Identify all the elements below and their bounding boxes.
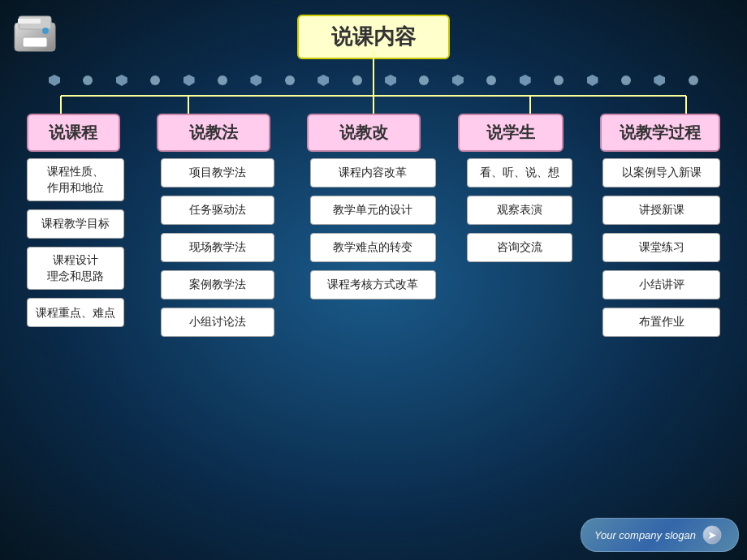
item-jg3[interactable]: 教学难点的转变 (310, 233, 436, 262)
item-kc2[interactable]: 课程教学目标 (27, 209, 124, 239)
item-xs2[interactable]: 观察表演 (467, 196, 572, 225)
item-xs1[interactable]: 看、听、说、想 (467, 158, 572, 187)
dot-11 (385, 75, 396, 86)
item-jg1[interactable]: 课程内容改革 (310, 158, 436, 187)
item-kc4[interactable]: 课程重点、难点 (27, 298, 124, 327)
svg-point-3 (42, 28, 49, 34)
dot-13 (452, 75, 464, 86)
item-jf4[interactable]: 案例教学法 (161, 270, 274, 299)
item-jg4[interactable]: 课程考核方式改革 (310, 270, 436, 299)
item-jf5[interactable]: 小组讨论法 (161, 308, 274, 337)
cat-jiaog-label: 说教改 (339, 123, 388, 141)
dot-10 (352, 75, 362, 85)
logo-icon (6, 6, 63, 59)
item-jf3[interactable]: 现场教学法 (161, 233, 274, 262)
svg-rect-2 (23, 37, 47, 47)
svg-rect-4 (18, 19, 41, 24)
dot-15 (520, 75, 531, 86)
dot-3 (116, 75, 127, 86)
cat-jiaof-label: 说教法 (189, 123, 238, 141)
columns-container: 课程性质、 作用和地位 课程教学目标 课程设计 理念和思路 课程重点、难点 项目… (0, 158, 747, 337)
dot-4 (150, 75, 160, 85)
cat-kecheng[interactable]: 说课程 (27, 114, 120, 152)
main-title: 说课内容 (297, 15, 450, 59)
dots-row (49, 75, 698, 86)
item-jx2[interactable]: 讲授新课 (602, 196, 720, 225)
slogan-container: Your company slogan ➤ (581, 518, 739, 552)
categories-row: 说课程 说教法 说教改 说学生 说教学过程 (0, 114, 747, 152)
dot-14 (486, 75, 496, 85)
cat-jiaoxue[interactable]: 说教学过程 (600, 114, 720, 152)
main-title-text: 说课内容 (331, 24, 416, 49)
item-kc1[interactable]: 课程性质、 作用和地位 (27, 158, 124, 201)
logo (6, 6, 71, 63)
dot-16 (554, 75, 563, 85)
item-jf2[interactable]: 任务驱动法 (161, 196, 274, 225)
item-jx3[interactable]: 课堂练习 (602, 233, 720, 262)
svg-text:➤: ➤ (707, 528, 717, 541)
slogan-icon: ➤ (702, 525, 722, 545)
cat-jiaoxue-label: 说教学过程 (620, 123, 701, 141)
slogan-text: Your company slogan (594, 529, 696, 541)
cat-jiaof[interactable]: 说教法 (157, 114, 270, 152)
dot-1 (49, 75, 60, 86)
dot-9 (317, 75, 329, 86)
item-jx5[interactable]: 布置作业 (602, 308, 720, 337)
column-jiaof: 项目教学法 任务驱动法 现场教学法 案例教学法 小组讨论法 (161, 158, 274, 337)
cat-xuesheng-label: 说学生 (486, 123, 535, 141)
item-jg2[interactable]: 教学单元的设计 (310, 196, 436, 225)
cat-kecheng-label: 说课程 (49, 123, 97, 141)
dot-8 (285, 75, 295, 85)
cat-xuesheng[interactable]: 说学生 (458, 114, 563, 152)
dot-18 (621, 75, 631, 85)
column-jiaog: 课程内容改革 教学单元的设计 教学难点的转变 课程考核方式改革 (310, 158, 436, 337)
item-jx1[interactable]: 以案例导入新课 (602, 158, 720, 187)
item-kc3[interactable]: 课程设计 理念和思路 (27, 247, 124, 290)
dot-17 (587, 75, 598, 86)
cat-jiaog[interactable]: 说教改 (307, 114, 421, 152)
dot-6 (218, 75, 227, 85)
column-xuesheng: 看、听、说、想 观察表演 咨询交流 (467, 158, 572, 337)
dot-20 (689, 75, 698, 85)
item-xs3[interactable]: 咨询交流 (467, 233, 572, 262)
dot-5 (184, 75, 195, 86)
dot-19 (654, 75, 665, 86)
dot-7 (250, 75, 261, 86)
dot-2 (83, 75, 93, 85)
dot-12 (419, 75, 429, 85)
column-jiaoxue: 以案例导入新课 讲授新课 课堂练习 小结讲评 布置作业 (602, 158, 720, 337)
column-kecheng: 课程性质、 作用和地位 课程教学目标 课程设计 理念和思路 课程重点、难点 (27, 158, 124, 337)
item-jf1[interactable]: 项目教学法 (161, 158, 274, 187)
item-jx4[interactable]: 小结讲评 (602, 270, 720, 299)
